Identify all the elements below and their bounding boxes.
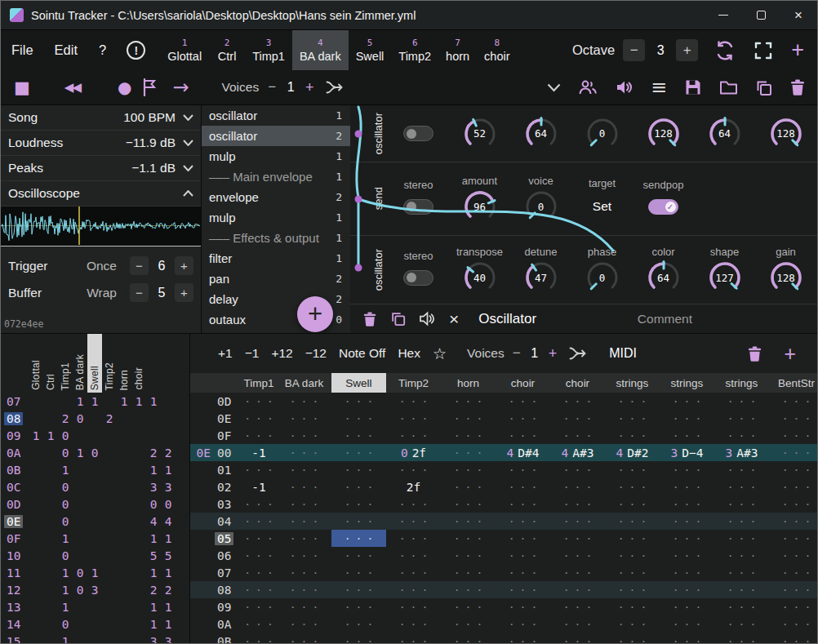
pattern-cell[interactable]: ··· bbox=[331, 393, 386, 410]
pattern-cell[interactable]: ··· bbox=[550, 633, 605, 644]
track-tab-ctrl[interactable]: 2Ctrl bbox=[209, 30, 245, 70]
order-cell[interactable]: 1 bbox=[58, 566, 73, 580]
toolbar-button--1[interactable]: +1 bbox=[218, 346, 233, 361]
chevron-up-icon[interactable] bbox=[183, 190, 193, 197]
folder-icon[interactable] bbox=[719, 80, 738, 95]
pattern-cell[interactable]: ··· bbox=[441, 461, 496, 478]
unit-list-item[interactable]: ––– Effects & output1 bbox=[202, 228, 350, 248]
pattern-cell[interactable]: ··· bbox=[386, 633, 441, 644]
pattern-cell[interactable]: ··· bbox=[605, 513, 660, 530]
pattern-cell[interactable]: ··· bbox=[277, 410, 331, 427]
order-cell[interactable]: 0 bbox=[73, 566, 87, 580]
pattern-cell[interactable]: ··· bbox=[441, 478, 496, 495]
knob[interactable]: 40 bbox=[463, 260, 497, 295]
trigger-increment-button[interactable]: + bbox=[175, 256, 193, 275]
pattern-cell[interactable]: ··· bbox=[660, 530, 714, 547]
pattern-cell[interactable]: ··· bbox=[277, 530, 331, 547]
delete-unit-icon[interactable] bbox=[362, 311, 377, 327]
menu-edit[interactable]: Edit bbox=[44, 42, 88, 58]
toggle-switch[interactable] bbox=[403, 126, 433, 141]
pattern-cell[interactable]: ··· bbox=[331, 530, 386, 547]
toolbar-button--1[interactable]: −1 bbox=[245, 346, 260, 361]
order-cell[interactable]: 1 bbox=[146, 618, 161, 631]
order-cell[interactable]: 0 bbox=[87, 446, 102, 460]
order-cell[interactable]: 1 bbox=[146, 566, 161, 580]
order-cell[interactable]: 0 bbox=[58, 498, 73, 511]
knob[interactable]: 128 bbox=[769, 117, 803, 151]
trigger-mode[interactable]: Once bbox=[87, 259, 117, 273]
order-cell[interactable]: 0 bbox=[58, 549, 73, 562]
pattern-cell[interactable]: ··· bbox=[714, 410, 769, 427]
pattern-cell[interactable]: ··· bbox=[605, 598, 660, 615]
close-unit-icon[interactable]: × bbox=[449, 310, 459, 327]
pattern-cell[interactable]: ··· bbox=[660, 495, 714, 513]
knob[interactable]: 128 bbox=[769, 260, 803, 295]
order-cell[interactable]: 3 bbox=[146, 481, 161, 494]
pattern-cell[interactable]: ··· bbox=[769, 615, 818, 633]
pattern-cell[interactable]: ··· bbox=[386, 427, 441, 444]
order-cell[interactable]: 0 bbox=[58, 618, 73, 631]
chevron-down-icon[interactable] bbox=[547, 83, 561, 92]
pattern-cell[interactable]: ··· bbox=[331, 598, 386, 615]
pattern-cell[interactable]: ··· bbox=[714, 513, 769, 530]
pattern-cell[interactable]: ··· bbox=[386, 513, 441, 530]
pattern-cell[interactable]: ··· bbox=[605, 547, 660, 564]
pattern-cell[interactable]: ··· bbox=[277, 513, 331, 530]
unit-list-item[interactable]: envelope2 bbox=[202, 187, 350, 207]
order-cell[interactable]: 1 bbox=[73, 395, 87, 408]
pattern-cell[interactable]: ··· bbox=[496, 598, 550, 615]
pattern-cell[interactable]: ··· bbox=[605, 393, 660, 410]
oscilloscope-row[interactable]: Oscilloscope bbox=[1, 181, 201, 207]
order-cell[interactable]: 3 bbox=[146, 635, 161, 644]
pattern-cell[interactable]: ··· bbox=[769, 633, 818, 644]
order-row-number[interactable]: 12 bbox=[1, 584, 29, 597]
order-cell[interactable]: 5 bbox=[161, 549, 176, 562]
order-cell[interactable]: 0 bbox=[73, 584, 87, 597]
unit-list-item[interactable]: oscillator1 bbox=[202, 105, 350, 126]
pattern-cell[interactable]: ··· bbox=[441, 444, 496, 461]
pattern-cell[interactable]: ··· bbox=[277, 581, 331, 598]
pattern-cell[interactable]: ··· bbox=[441, 410, 496, 427]
pattern-track-header[interactable]: BA dark bbox=[277, 373, 331, 393]
pattern-cell[interactable]: ··· bbox=[386, 530, 441, 547]
pattern-cell[interactable]: ··· bbox=[441, 427, 496, 444]
pattern-cell[interactable]: ··· bbox=[714, 598, 769, 615]
pattern-cell[interactable]: ··· bbox=[386, 564, 441, 581]
oscilloscope-canvas[interactable] bbox=[1, 207, 201, 246]
pattern-track-header[interactable]: Swell bbox=[331, 373, 386, 393]
pattern-cell[interactable]: ··· bbox=[769, 393, 818, 410]
pattern-cell[interactable]: ··· bbox=[769, 461, 818, 478]
order-cell[interactable]: 1 bbox=[43, 429, 58, 442]
order-cell[interactable]: 1 bbox=[161, 601, 176, 614]
pattern-cell[interactable]: ··· bbox=[496, 427, 550, 444]
pattern-cell[interactable]: ··· bbox=[769, 495, 818, 513]
pattern-cell[interactable]: ··· bbox=[496, 633, 550, 644]
pattern-cell[interactable]: ··· bbox=[241, 495, 277, 513]
pattern-cell[interactable]: 3A#3 bbox=[714, 444, 769, 461]
pattern-cell[interactable]: ··· bbox=[441, 633, 496, 644]
pattern-cell[interactable]: ··· bbox=[277, 598, 331, 615]
pattern-cell[interactable]: ··· bbox=[660, 513, 714, 530]
order-cell[interactable]: 1 bbox=[87, 566, 102, 580]
knob[interactable]: 96 bbox=[463, 189, 497, 224]
pattern-cell[interactable]: ··· bbox=[496, 564, 550, 581]
add-unit-button[interactable]: + bbox=[297, 296, 333, 332]
order-row-number[interactable]: 0E bbox=[1, 515, 29, 528]
knob[interactable]: 64 bbox=[524, 117, 558, 151]
toolbar-button-note-off[interactable]: Note Off bbox=[339, 346, 385, 361]
pattern-cell[interactable]: ··· bbox=[241, 615, 277, 633]
order-row-number[interactable]: 15 bbox=[1, 635, 29, 644]
pattern-cell[interactable]: ··· bbox=[496, 410, 550, 427]
order-cell[interactable]: 0 bbox=[58, 515, 73, 528]
voices-decrement-button[interactable]: − bbox=[268, 79, 276, 95]
track-tab-timp2[interactable]: 6Timp2 bbox=[391, 30, 438, 70]
order-cell[interactable]: 1 bbox=[58, 601, 73, 614]
pattern-cell[interactable]: ··· bbox=[241, 598, 277, 615]
pattern-cell[interactable]: ··· bbox=[386, 393, 441, 410]
pattern-cell[interactable]: 2f bbox=[386, 478, 441, 495]
order-track-header[interactable]: Glottal bbox=[29, 334, 43, 393]
knob[interactable]: 127 bbox=[708, 260, 742, 295]
pattern-track-header[interactable]: BentStr bbox=[769, 373, 818, 393]
chevron-down-icon[interactable] bbox=[183, 165, 193, 171]
track-tab-horn[interactable]: 7horn bbox=[438, 30, 477, 70]
